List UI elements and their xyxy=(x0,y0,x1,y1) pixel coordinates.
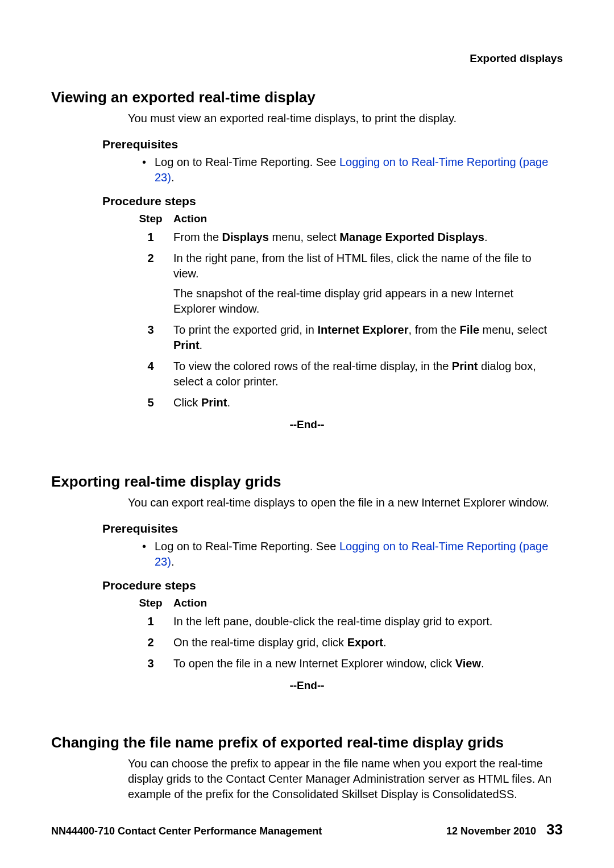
step-action: From the Displays menu, select Manage Ex… xyxy=(173,230,563,245)
text: In the right pane, from the list of HTML… xyxy=(173,251,557,281)
text: To view the colored rows of the real-tim… xyxy=(173,360,452,372)
text: . xyxy=(227,396,230,409)
text: . xyxy=(481,657,484,670)
table-row: 2 On the real-time display grid, click E… xyxy=(128,635,563,650)
end-marker: --End-- xyxy=(51,417,563,432)
step-action: To open the file in a new Internet Explo… xyxy=(173,656,563,671)
bold-text: View xyxy=(455,657,481,670)
text: To print the exported grid, in xyxy=(173,323,317,336)
step-number: 2 xyxy=(128,635,173,650)
bold-text: Print xyxy=(452,360,478,372)
column-header-step: Step xyxy=(128,211,173,226)
text: . xyxy=(484,231,488,243)
text: To open the file in a new Internet Explo… xyxy=(173,657,455,670)
bold-text: File xyxy=(460,323,479,336)
section1-proc-heading: Procedure steps xyxy=(102,193,563,209)
prereq-text: Log on to Real-Time Reporting. See xyxy=(155,540,339,553)
steps-header: Step Action xyxy=(128,211,563,226)
table-row: 3 To open the file in a new Internet Exp… xyxy=(128,656,563,671)
table-row: 4 To view the colored rows of the real-t… xyxy=(128,359,563,389)
section1-title: Viewing an exported real-time display xyxy=(51,88,563,107)
column-header-step: Step xyxy=(128,596,173,610)
step-number: 1 xyxy=(128,614,173,629)
footer-page-number: 33 xyxy=(546,820,563,840)
section3-intro: You can choose the prefix to appear in t… xyxy=(128,756,563,802)
table-row: 3 To print the exported grid, in Interne… xyxy=(128,322,563,353)
running-header: Exported displays xyxy=(51,51,563,66)
section1-prereq-list: Log on to Real-Time Reporting. See Loggi… xyxy=(142,155,563,185)
page-footer: NN44400-710 Contact Center Performance M… xyxy=(51,820,563,840)
step-action: In the left pane, double-click the real-… xyxy=(173,614,563,629)
step-action: In the right pane, from the list of HTML… xyxy=(173,251,563,317)
list-item: Log on to Real-Time Reporting. See Loggi… xyxy=(142,155,563,185)
bold-text: Displays xyxy=(222,231,269,243)
prereq-text-after: . xyxy=(171,555,175,568)
section2-steps: 1 In the left pane, double-click the rea… xyxy=(128,614,563,671)
step-number: 5 xyxy=(128,395,173,410)
footer-doc-id: NN44400-710 Contact Center Performance M… xyxy=(51,824,322,838)
step-number: 3 xyxy=(128,322,173,353)
table-row: 1 In the left pane, double-click the rea… xyxy=(128,614,563,629)
bold-text: Print xyxy=(201,396,227,409)
page-body: Exported displays Viewing an exported re… xyxy=(0,0,614,868)
text: On the real-time display grid, click xyxy=(173,636,347,649)
column-header-action: Action xyxy=(173,596,563,610)
section1-intro: You must view an exported real-time disp… xyxy=(128,111,563,126)
bold-text: Manage Exported Displays xyxy=(339,231,484,243)
section2-prereq-list: Log on to Real-Time Reporting. See Loggi… xyxy=(142,539,563,570)
column-header-action: Action xyxy=(173,211,563,226)
step-action: To view the colored rows of the real-tim… xyxy=(173,359,563,389)
text: The snapshot of the real-time display gr… xyxy=(173,286,557,317)
end-marker: --End-- xyxy=(51,678,563,693)
text: In the left pane, double-click the real-… xyxy=(173,614,557,629)
section2-prereq-heading: Prerequisites xyxy=(102,521,563,537)
text: menu, select xyxy=(269,231,340,243)
footer-date: 12 November 2010 xyxy=(446,824,536,838)
step-action: On the real-time display grid, click Exp… xyxy=(173,635,563,650)
text: , from the xyxy=(409,323,460,336)
step-number: 1 xyxy=(128,230,173,245)
section2-title: Exporting real-time display grids xyxy=(51,472,563,492)
step-number: 2 xyxy=(128,251,173,317)
section2-proc-heading: Procedure steps xyxy=(102,578,563,593)
table-row: 1 From the Displays menu, select Manage … xyxy=(128,230,563,245)
prereq-text: Log on to Real-Time Reporting. See xyxy=(155,156,339,168)
text: . xyxy=(383,636,387,649)
footer-right: 12 November 2010 33 xyxy=(446,820,563,840)
text: . xyxy=(200,339,203,351)
bold-text: Internet Explorer xyxy=(317,323,408,336)
table-row: 5 Click Print. xyxy=(128,395,563,410)
section1-steps: 1 From the Displays menu, select Manage … xyxy=(128,230,563,410)
text: From the xyxy=(173,231,222,243)
section2-intro: You can export real-time displays to ope… xyxy=(128,495,563,510)
bold-text: Print xyxy=(173,339,200,351)
text: menu, select xyxy=(479,323,547,336)
text: Click xyxy=(173,396,201,409)
prereq-text-after: . xyxy=(171,171,175,184)
step-number: 4 xyxy=(128,359,173,389)
table-row: 2 In the right pane, from the list of HT… xyxy=(128,251,563,317)
steps-header: Step Action xyxy=(128,596,563,610)
step-action: To print the exported grid, in Internet … xyxy=(173,322,563,353)
step-number: 3 xyxy=(128,656,173,671)
section1-prereq-heading: Prerequisites xyxy=(102,136,563,152)
bold-text: Export xyxy=(347,636,383,649)
section3-title: Changing the file name prefix of exporte… xyxy=(51,733,563,753)
list-item: Log on to Real-Time Reporting. See Loggi… xyxy=(142,539,563,570)
step-action: Click Print. xyxy=(173,395,563,410)
